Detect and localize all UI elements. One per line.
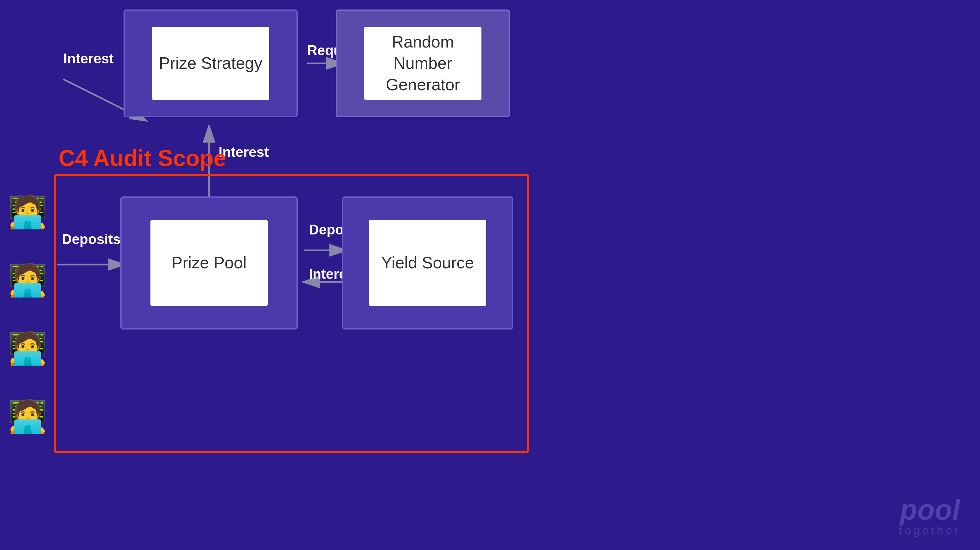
user-emoji-1: 🧑‍💻 [8,196,48,228]
rng-outer-box: Random Number Generator [336,10,510,117]
deposits-label-left: Deposits [62,231,121,247]
prize-pool-inner-box: Prize Pool [150,220,268,306]
pool-logo-sub: together [899,524,961,537]
user-emoji-2: 🧑‍💻 [8,264,48,296]
pool-logo-text: pool [899,496,961,524]
prize-strategy-label: Prize Strategy [159,53,262,74]
user-emoji-3: 🧑‍💻 [8,332,48,364]
rng-label: Random Number Generator [364,31,482,96]
diagram-container: 🧑‍💻 🧑‍💻 🧑‍💻 🧑‍💻 Interest Prize Strategy … [0,0,980,550]
interest-label-top: Interest [64,51,114,67]
users-container: 🧑‍💻 🧑‍💻 🧑‍💻 🧑‍💻 [0,171,56,456]
prize-pool-outer-box: Prize Pool [120,196,298,330]
audit-scope-label: C4 Audit Scope [59,145,226,171]
yield-source-outer-box: Yield Source [342,196,513,330]
user-emoji-4: 🧑‍💻 [8,400,48,432]
prize-strategy-outer-box: Prize Strategy [124,10,298,117]
yield-source-inner-box: Yield Source [369,220,486,306]
prize-pool-label: Prize Pool [172,252,247,274]
pool-logo: pool together [899,496,961,537]
yield-source-label: Yield Source [381,252,474,274]
prize-strategy-inner-box: Prize Strategy [152,27,269,100]
rng-inner-box: Random Number Generator [364,27,482,100]
